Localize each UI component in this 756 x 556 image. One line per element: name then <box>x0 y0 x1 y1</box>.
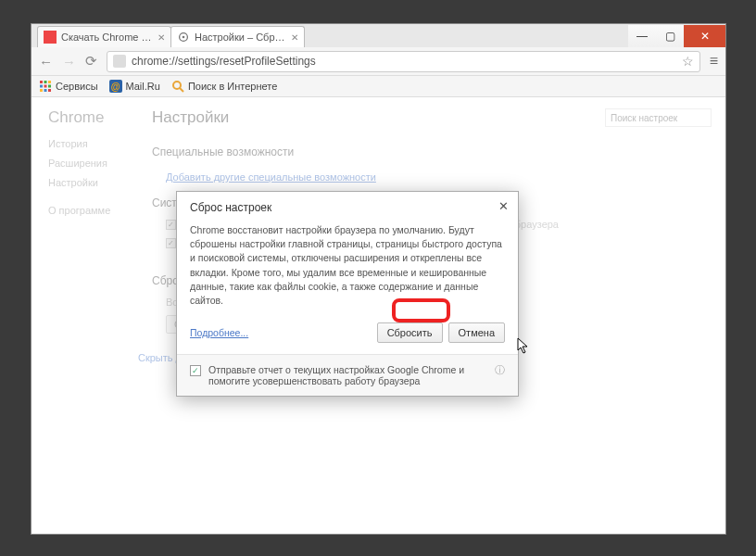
dialog-footer: ✓ Отправьте отчет о текущих настройках G… <box>177 354 518 396</box>
svg-point-11 <box>173 82 181 89</box>
mailru-icon: @ <box>109 80 122 93</box>
svg-rect-7 <box>48 85 51 88</box>
bookmark-label: Поиск в Интернете <box>188 81 277 92</box>
bookmark-search[interactable]: Поиск в Интернете <box>171 80 277 93</box>
reload-button[interactable]: ⟳ <box>85 53 97 70</box>
favicon-icon <box>44 31 57 44</box>
bookmark-mailru[interactable]: @ Mail.Ru <box>109 80 160 93</box>
apps-button[interactable]: Сервисы <box>39 80 98 93</box>
checkbox-icon[interactable]: ✓ <box>190 365 201 376</box>
url-text: chrome://settings/resetProfileSettings <box>132 55 316 68</box>
menu-icon[interactable]: ≡ <box>710 53 718 70</box>
gear-icon <box>177 31 190 44</box>
close-icon[interactable]: ✕ <box>291 32 298 43</box>
confirm-reset-button[interactable]: Сбросить <box>377 322 443 343</box>
minimize-button[interactable]: — <box>628 25 656 47</box>
window-close-button[interactable]: ✕ <box>684 25 725 47</box>
search-icon <box>171 80 184 93</box>
svg-rect-5 <box>40 85 43 88</box>
svg-point-1 <box>183 36 185 39</box>
toolbar: ← → ⟳ chrome://settings/resetProfileSett… <box>32 47 725 76</box>
close-icon[interactable]: ✕ <box>158 32 165 43</box>
help-icon[interactable]: ⓘ <box>495 364 505 386</box>
dialog-close-icon[interactable]: ✕ <box>498 199 509 213</box>
tab-label: Скачать Chrome Cleanup <box>61 32 153 43</box>
dialog-body: Chrome восстановит настройки браузера по… <box>177 220 518 317</box>
bookmark-star-icon[interactable]: ☆ <box>682 54 694 69</box>
reset-dialog: Сброс настроек ✕ Chrome восстановит наст… <box>176 191 519 397</box>
svg-rect-4 <box>48 81 51 83</box>
svg-rect-8 <box>40 89 43 92</box>
svg-rect-6 <box>44 85 47 88</box>
dialog-title: Сброс настроек <box>190 201 271 214</box>
cancel-button[interactable]: Отмена <box>448 322 505 343</box>
svg-line-12 <box>180 88 183 92</box>
svg-rect-2 <box>40 81 43 83</box>
back-button[interactable]: ← <box>39 54 53 70</box>
tab-2[interactable]: Настройки – Сброс настр ✕ <box>170 26 305 47</box>
bookmark-label: Сервисы <box>56 81 98 92</box>
report-label: Отправьте отчет о текущих настройках Goo… <box>208 364 487 386</box>
svg-rect-9 <box>44 89 47 92</box>
tab-label: Настройки – Сброс настр <box>195 32 286 43</box>
address-bar[interactable]: chrome://settings/resetProfileSettings ☆ <box>107 51 700 72</box>
bookmark-label: Mail.Ru <box>126 81 160 92</box>
svg-rect-10 <box>48 89 51 92</box>
bookmarks-bar: Сервисы @ Mail.Ru Поиск в Интернете <box>32 76 725 97</box>
maximize-button[interactable]: ▢ <box>656 25 684 47</box>
page-icon <box>113 55 126 68</box>
tab-strip: Скачать Chrome Cleanup ✕ Настройки – Сбр… <box>32 24 725 47</box>
tab-1[interactable]: Скачать Chrome Cleanup ✕ <box>37 26 171 47</box>
learn-more-link[interactable]: Подробнее... <box>190 327 248 338</box>
svg-rect-3 <box>44 81 47 83</box>
forward-button[interactable]: → <box>62 54 76 70</box>
apps-icon <box>39 80 52 93</box>
